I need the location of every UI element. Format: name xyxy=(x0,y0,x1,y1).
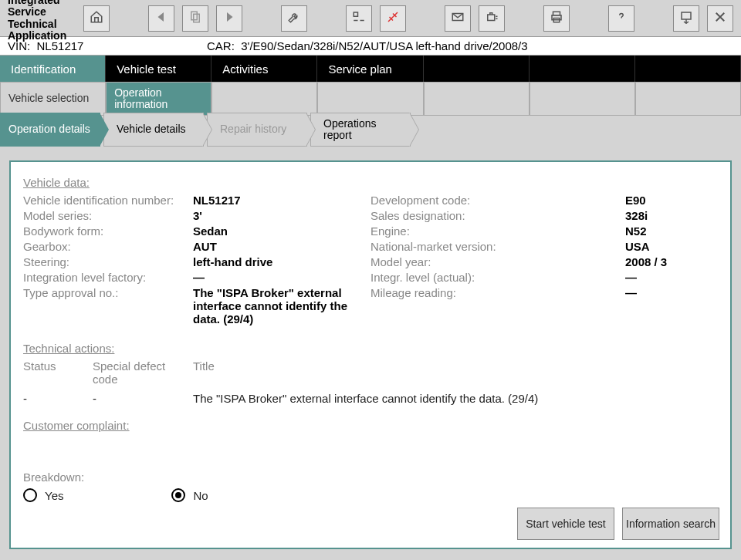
connection-button[interactable] xyxy=(380,5,406,32)
content-panel: Vehicle data: Vehicle identification num… xyxy=(9,160,732,549)
subtab-empty xyxy=(317,82,423,116)
subtab-empty xyxy=(211,82,317,116)
label-integration-level-actual: Integr. level (actual): xyxy=(370,271,625,284)
tech-actions-header: Status Special defect code Title xyxy=(23,359,718,386)
svg-rect-2 xyxy=(354,12,357,16)
radio-dot-icon xyxy=(175,492,181,498)
tab-service-plan[interactable]: Service plan xyxy=(317,56,423,82)
tab-vehicle-test[interactable]: Vehicle test xyxy=(106,56,211,82)
info-bar: VIN: NL51217 CAR: 3'/E90/Sedan/328i/N52/… xyxy=(0,37,741,56)
label-mileage: Mileage reading: xyxy=(370,286,625,299)
breakdown-radios: Yes No xyxy=(23,488,718,502)
breakdown-no[interactable]: No xyxy=(171,488,208,502)
app-root: Integrated Service Technical Application xyxy=(0,0,741,560)
measure-button[interactable] xyxy=(346,5,372,32)
subtab-operation-information[interactable]: Operation information xyxy=(106,82,211,116)
information-search-button[interactable]: Information search xyxy=(622,508,719,540)
tab-identification[interactable]: Identification xyxy=(0,56,106,82)
tab-empty xyxy=(530,56,635,82)
nav-back-button[interactable] xyxy=(148,5,174,32)
label-national-market: National-market version: xyxy=(370,240,625,253)
close-button[interactable] xyxy=(707,5,733,32)
battery-icon xyxy=(485,10,499,27)
col-status: Status xyxy=(23,359,93,386)
label-integration-level-factory: Integration level factory: xyxy=(23,271,193,284)
subtab-vehicle-selection[interactable]: Vehicle selection xyxy=(0,82,106,116)
value-vin: NL51217 xyxy=(193,194,370,207)
value-model-series: 3' xyxy=(193,209,370,222)
section-vehicle-data: Vehicle data: xyxy=(23,176,718,189)
wrench-icon xyxy=(287,10,301,27)
step-operations-report[interactable]: Operations report xyxy=(310,113,411,147)
label-bodywork: Bodywork form: xyxy=(23,224,193,238)
vehicle-data-grid: Vehicle identification number:NL51217 Mo… xyxy=(23,194,718,328)
nav-forward-button[interactable] xyxy=(216,5,242,32)
col-special-defect-code: Special defect code xyxy=(93,359,193,386)
step-operation-details[interactable]: Operation details xyxy=(0,113,100,147)
documents-icon xyxy=(188,10,202,27)
start-vehicle-test-button[interactable]: Start vehicle test xyxy=(517,508,614,540)
tech-actions-row: - - The "ISPA Broker" external interface… xyxy=(23,392,718,405)
label-dev-code: Development code: xyxy=(370,194,625,207)
label-engine: Engine: xyxy=(370,224,625,238)
home-icon xyxy=(90,10,103,27)
section-breakdown: Breakdown: xyxy=(23,471,718,484)
cell-special-defect-code: - xyxy=(93,392,193,405)
cell-title: The "ISPA Broker" external interface can… xyxy=(193,392,718,405)
cell-status: - xyxy=(23,392,93,405)
arrow-right-icon xyxy=(222,10,236,27)
value-steering: left-hand drive xyxy=(193,255,370,268)
mail-icon xyxy=(451,10,465,27)
arrow-left-icon xyxy=(154,10,168,27)
step-vehicle-details[interactable]: Vehicle details xyxy=(103,113,204,147)
tab-activities[interactable]: Activities xyxy=(211,56,317,82)
svg-rect-8 xyxy=(682,12,691,19)
value-engine: N52 xyxy=(625,224,718,238)
documents-button[interactable] xyxy=(182,5,208,32)
app-title-line1: Integrated Service xyxy=(8,0,76,19)
label-gearbox: Gearbox: xyxy=(23,240,193,253)
footer-buttons: Start vehicle test Information search xyxy=(517,508,719,540)
battery-button[interactable] xyxy=(479,5,505,32)
print-button[interactable] xyxy=(543,5,570,32)
label-type-approval: Type approval no.: xyxy=(23,286,193,326)
top-bar: Integrated Service Technical Application xyxy=(0,0,741,37)
section-technical-actions: Technical actions: xyxy=(23,342,718,355)
close-icon xyxy=(713,10,727,27)
subtab-empty xyxy=(635,82,741,116)
car-display: CAR: 3'/E90/Sedan/328i/N52/AUT/USA left-… xyxy=(207,39,733,52)
help-icon xyxy=(614,10,628,27)
svg-rect-4 xyxy=(488,15,495,21)
radio-circle-icon xyxy=(171,488,185,502)
app-title-line2: Technical Application xyxy=(8,19,76,42)
toolbar xyxy=(83,5,741,32)
subtab-empty xyxy=(530,82,635,116)
value-integration-level-factory: — xyxy=(193,271,370,284)
plug-icon xyxy=(386,10,400,27)
value-sales-designation: 328i xyxy=(625,209,718,222)
tab-empty xyxy=(635,56,741,82)
radio-circle-icon xyxy=(23,488,37,502)
step-repair-history[interactable]: Repair history xyxy=(207,113,307,147)
value-national-market: USA xyxy=(625,240,718,253)
tools-button[interactable] xyxy=(281,5,307,32)
value-dev-code: E90 xyxy=(625,194,718,207)
label-steering: Steering: xyxy=(23,255,193,268)
breakdown-yes-label: Yes xyxy=(45,489,63,502)
breakdown-yes[interactable]: Yes xyxy=(23,488,63,502)
home-button[interactable] xyxy=(83,5,110,32)
label-model-year: Model year: xyxy=(370,255,625,268)
print-icon xyxy=(550,10,563,27)
sub-tabs: Vehicle selection Operation information xyxy=(0,82,741,108)
value-gearbox: AUT xyxy=(193,240,370,253)
tab-empty xyxy=(424,56,530,82)
label-vin: Vehicle identification number: xyxy=(23,194,193,207)
label-model-series: Model series: xyxy=(23,209,193,222)
measure-icon xyxy=(352,10,366,27)
mail-button[interactable] xyxy=(445,5,471,32)
col-title: Title xyxy=(193,359,718,386)
value-mileage: — xyxy=(625,286,718,299)
value-integration-level-actual: — xyxy=(625,271,718,284)
minimize-button[interactable] xyxy=(673,5,699,32)
help-button[interactable] xyxy=(608,5,634,32)
